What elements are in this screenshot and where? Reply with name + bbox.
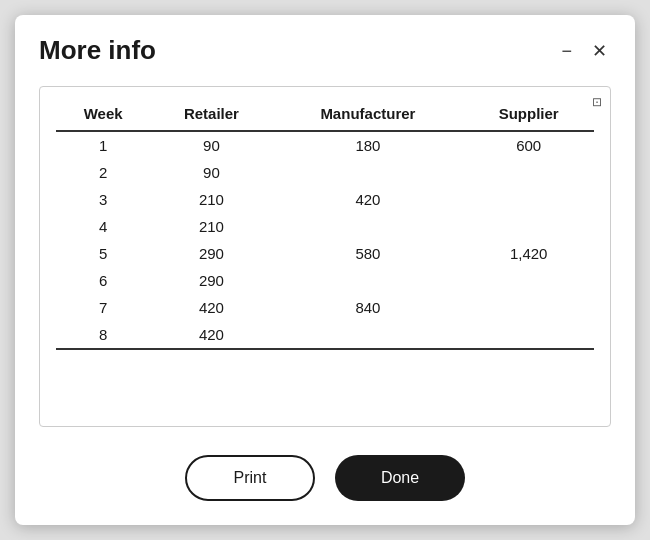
window-controls: − ✕ [557, 42, 611, 60]
cell-manufacturer: 840 [272, 294, 463, 321]
cell-retailer: 420 [150, 321, 272, 349]
done-button[interactable]: Done [335, 455, 465, 501]
cell-supplier [463, 159, 594, 186]
cell-week: 2 [56, 159, 150, 186]
expand-icon[interactable]: ⊡ [592, 95, 602, 109]
cell-retailer: 210 [150, 213, 272, 240]
button-row: Print Done [39, 455, 611, 501]
cell-supplier [463, 186, 594, 213]
table-row: 3210420 [56, 186, 594, 213]
col-week: Week [56, 99, 150, 131]
cell-retailer: 290 [150, 267, 272, 294]
cell-manufacturer [272, 267, 463, 294]
col-supplier: Supplier [463, 99, 594, 131]
cell-supplier [463, 267, 594, 294]
table-row: 8420 [56, 321, 594, 349]
cell-week: 7 [56, 294, 150, 321]
cell-week: 6 [56, 267, 150, 294]
cell-manufacturer: 180 [272, 131, 463, 159]
print-button[interactable]: Print [185, 455, 315, 501]
col-manufacturer: Manufacturer [272, 99, 463, 131]
table-row: 190180600 [56, 131, 594, 159]
cell-manufacturer: 580 [272, 240, 463, 267]
table-row: 4210 [56, 213, 594, 240]
table-row: 6290 [56, 267, 594, 294]
cell-retailer: 90 [150, 131, 272, 159]
table-row: 7420840 [56, 294, 594, 321]
cell-retailer: 290 [150, 240, 272, 267]
cell-week: 4 [56, 213, 150, 240]
cell-supplier [463, 294, 594, 321]
cell-supplier [463, 321, 594, 349]
cell-retailer: 210 [150, 186, 272, 213]
cell-week: 5 [56, 240, 150, 267]
cell-manufacturer [272, 321, 463, 349]
close-button[interactable]: ✕ [588, 42, 611, 60]
cell-supplier: 600 [463, 131, 594, 159]
table-container: ⊡ Week Retailer Manufacturer Supplier 19… [39, 86, 611, 427]
table-row: 290 [56, 159, 594, 186]
cell-week: 1 [56, 131, 150, 159]
col-retailer: Retailer [150, 99, 272, 131]
data-table: Week Retailer Manufacturer Supplier 1901… [56, 99, 594, 350]
dialog: More info − ✕ ⊡ Week Retailer Manufactur… [15, 15, 635, 525]
cell-week: 3 [56, 186, 150, 213]
cell-supplier [463, 213, 594, 240]
cell-week: 8 [56, 321, 150, 349]
cell-manufacturer [272, 213, 463, 240]
cell-retailer: 90 [150, 159, 272, 186]
cell-manufacturer [272, 159, 463, 186]
minimize-button[interactable]: − [557, 42, 576, 60]
cell-retailer: 420 [150, 294, 272, 321]
table-header-row: Week Retailer Manufacturer Supplier [56, 99, 594, 131]
cell-supplier: 1,420 [463, 240, 594, 267]
dialog-title: More info [39, 35, 156, 66]
cell-manufacturer: 420 [272, 186, 463, 213]
title-bar: More info − ✕ [39, 35, 611, 66]
table-row: 52905801,420 [56, 240, 594, 267]
